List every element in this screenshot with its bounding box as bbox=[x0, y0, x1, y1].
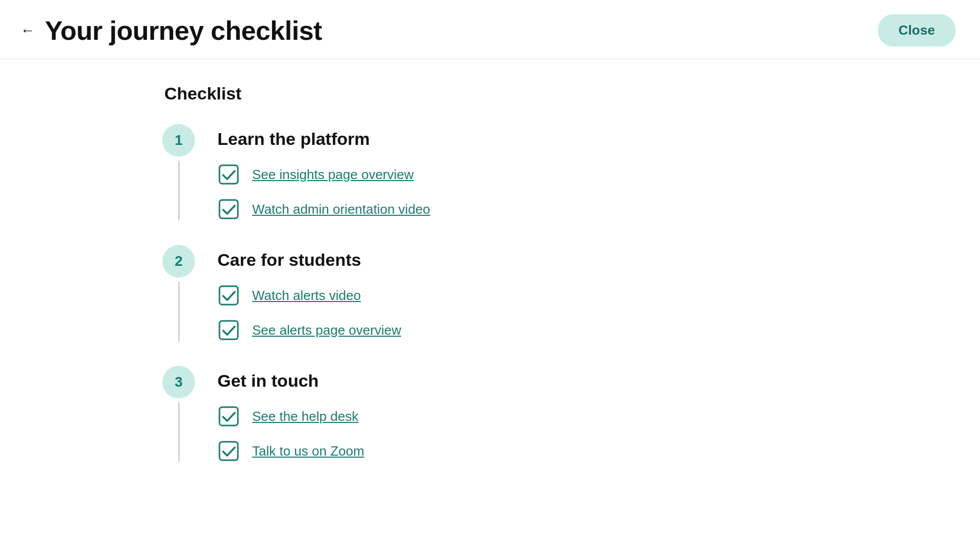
main-content: Checklist 1 Learn the platform bbox=[0, 59, 980, 551]
step-line-2 bbox=[178, 282, 180, 341]
checkbox-icon bbox=[217, 440, 240, 462]
step-line-3 bbox=[178, 403, 180, 462]
item-link[interactable]: Watch alerts video bbox=[252, 288, 361, 304]
header: ← Your journey checklist Close bbox=[0, 0, 980, 59]
list-item: Watch admin orientation video bbox=[217, 198, 822, 220]
checklist-group-3: 3 Get in touch See th bbox=[158, 366, 822, 462]
checklist-title: Checklist bbox=[158, 84, 822, 104]
group-right-1: Learn the platform See insights page ove… bbox=[199, 124, 822, 220]
checklist-group-2: 2 Care for students W bbox=[158, 245, 822, 341]
checklist-items-1: See insights page overview Watch admin o… bbox=[217, 163, 822, 220]
step-circle-2: 2 bbox=[162, 245, 195, 278]
list-item: Talk to us on Zoom bbox=[217, 440, 822, 462]
checklist-items-2: Watch alerts video See alerts page overv… bbox=[217, 284, 822, 341]
group-right-3: Get in touch See the help desk bbox=[199, 366, 822, 462]
back-button[interactable]: ← bbox=[20, 23, 35, 38]
list-item: Watch alerts video bbox=[217, 284, 822, 307]
group-right-2: Care for students Watch alerts video bbox=[199, 245, 822, 341]
group-left-3: 3 bbox=[158, 366, 199, 462]
item-link[interactable]: See alerts page overview bbox=[252, 322, 401, 338]
list-item: See alerts page overview bbox=[217, 319, 822, 341]
svg-rect-4 bbox=[219, 407, 238, 425]
group-left-1: 1 bbox=[158, 124, 199, 220]
step-circle-1: 1 bbox=[162, 124, 195, 157]
page-wrapper: ← Your journey checklist Close Checklist… bbox=[0, 0, 980, 551]
svg-rect-5 bbox=[219, 442, 238, 460]
group-heading-2: Care for students bbox=[217, 250, 822, 270]
svg-rect-0 bbox=[219, 165, 238, 184]
group-left-2: 2 bbox=[158, 245, 199, 341]
list-item: See the help desk bbox=[217, 405, 822, 428]
item-link[interactable]: Watch admin orientation video bbox=[252, 202, 430, 217]
content-inner: Checklist 1 Learn the platform bbox=[158, 59, 822, 551]
checkbox-icon bbox=[217, 405, 240, 428]
item-link[interactable]: See insights page overview bbox=[252, 167, 414, 183]
checkbox-icon bbox=[217, 319, 240, 341]
step-line-1 bbox=[178, 161, 180, 220]
checklist-group-1: 1 Learn the platform bbox=[158, 124, 822, 220]
step-circle-3: 3 bbox=[162, 366, 195, 398]
group-heading-3: Get in touch bbox=[217, 371, 822, 391]
list-item: See insights page overview bbox=[217, 163, 822, 186]
checklist-items-3: See the help desk Talk to us on Zoom bbox=[217, 405, 822, 462]
svg-rect-3 bbox=[219, 321, 238, 339]
item-link[interactable]: Talk to us on Zoom bbox=[252, 443, 364, 459]
group-heading-1: Learn the platform bbox=[217, 129, 822, 149]
checkbox-icon bbox=[217, 163, 240, 186]
checkbox-icon bbox=[217, 284, 240, 307]
item-link[interactable]: See the help desk bbox=[252, 409, 358, 424]
close-button[interactable]: Close bbox=[878, 14, 955, 46]
header-left: ← Your journey checklist bbox=[20, 15, 322, 46]
svg-rect-2 bbox=[219, 286, 238, 305]
checkbox-icon bbox=[217, 198, 240, 220]
svg-rect-1 bbox=[219, 200, 238, 218]
page-title: Your journey checklist bbox=[45, 15, 322, 46]
